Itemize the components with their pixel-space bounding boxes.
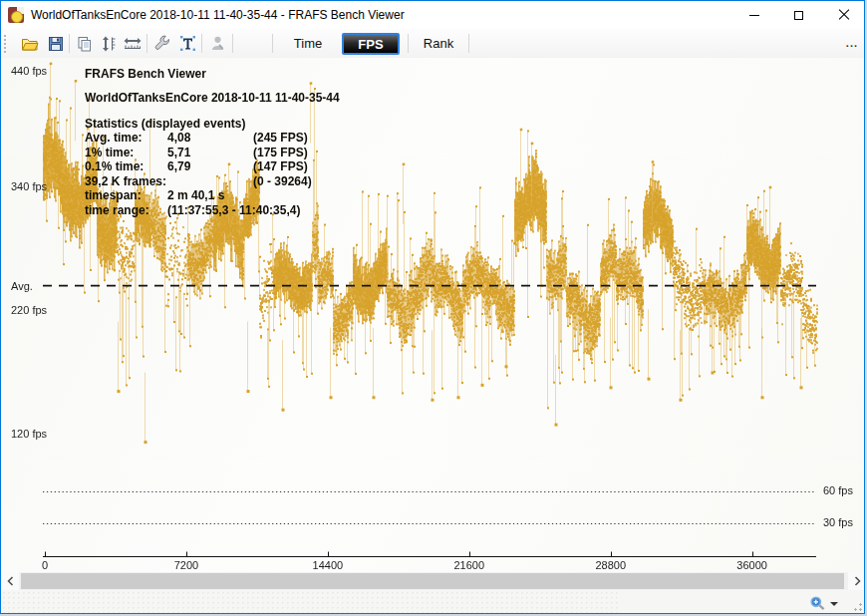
open-icon [21, 35, 39, 53]
stat-value: 4,08 [167, 131, 253, 146]
stat-label: 1% time: [85, 146, 167, 160]
horizontal-ruler-button[interactable] [121, 32, 144, 55]
tab-rank[interactable]: Rank [415, 32, 462, 55]
toolbar-separator [408, 34, 409, 53]
caret-down-icon[interactable] [830, 602, 838, 606]
vertical-ruler-icon [100, 35, 118, 53]
right-fps-label: 30 fps [823, 516, 853, 528]
x-tick-label: 14400 [313, 559, 344, 571]
copy-icon [76, 35, 94, 53]
scroll-right-button[interactable] [848, 572, 865, 590]
toolbar: Time FPS Rank ... [1, 29, 865, 58]
x-tick-label: 7200 [174, 559, 198, 571]
scroll-thumb[interactable] [21, 573, 844, 589]
copy-button[interactable] [73, 32, 97, 55]
close-button[interactable] [821, 1, 865, 29]
close-icon [838, 9, 850, 21]
toolbar-grip[interactable] [3, 34, 7, 53]
stat-label: timespan: [85, 188, 167, 203]
resize-grip[interactable] [850, 599, 863, 612]
stat-extra [253, 188, 340, 203]
toolbar-separator [146, 34, 147, 53]
minimize-icon [749, 15, 759, 16]
stats-overlay: FRAFS Bench Viewer WorldOfTanksEnCore 20… [85, 67, 340, 217]
stat-value: (11:37:55,3 - 11:40:35,4) [167, 203, 253, 218]
text-tool-icon [178, 34, 197, 53]
stat-extra: (175 FPS) [253, 146, 340, 160]
right-fps-label: 60 fps [823, 484, 853, 496]
y-tick-label: 220 fps [11, 304, 47, 316]
status-bar [1, 590, 865, 614]
magnifier-icon [809, 595, 826, 612]
settings-button[interactable] [150, 32, 174, 55]
chevron-left-icon [7, 576, 14, 586]
stat-extra: (245 FPS) [253, 131, 340, 146]
titlebar: WorldOfTanksEnCore 2018-10-11 11-40-35-4… [1, 1, 865, 29]
stat-row-frames: 39,2 K frames:(0 - 39264) [85, 174, 340, 189]
stat-label: 0.1% time: [85, 159, 167, 174]
avg-line-label: Avg. [11, 280, 33, 292]
stat-row-avg: Avg. time:4,08(245 FPS) [85, 131, 340, 146]
toolbar-separator [272, 34, 273, 53]
app-icon [8, 7, 24, 23]
x-tick-label: 21600 [453, 559, 484, 571]
zoom-tool-button[interactable] [808, 594, 826, 612]
overlay-title: FRAFS Bench Viewer [85, 67, 340, 81]
open-button[interactable] [18, 32, 42, 55]
stat-row-01pct: 0.1% time:6,79(147 FPS) [85, 159, 340, 174]
wrench-icon [153, 34, 172, 53]
statusbar-texture [1, 590, 619, 614]
stat-extra: (147 FPS) [253, 159, 340, 174]
stat-extra: (0 - 39264) [253, 174, 340, 189]
horizontal-ruler-icon [123, 35, 143, 53]
chart-area: FRAFS Bench Viewer WorldOfTanksEnCore 20… [1, 58, 865, 572]
app-window: WorldOfTanksEnCore 2018-10-11 11-40-35-4… [0, 0, 865, 614]
maximize-button[interactable] [776, 1, 821, 29]
stat-label: 39,2 K frames: [85, 174, 167, 189]
stat-label: time range: [85, 203, 167, 218]
y-tick-label: 120 fps [11, 428, 47, 440]
stat-value [167, 174, 253, 189]
stat-row-timerange: time range:(11:37:55,3 - 11:40:35,4) [85, 203, 340, 218]
chevron-right-icon [854, 576, 861, 586]
text-tool-button[interactable] [175, 32, 199, 55]
horizontal-scrollbar [1, 572, 865, 590]
stat-value: 2 m 40,1 s [167, 188, 253, 203]
stats-header: Statistics (displayed events) [85, 117, 340, 131]
scroll-left-button[interactable] [1, 572, 19, 590]
save-icon [47, 35, 65, 53]
toolbar-overflow-button[interactable]: ... [846, 37, 858, 49]
stat-label: Avg. time: [85, 131, 167, 146]
stat-row-1pct: 1% time:5,71(175 FPS) [85, 146, 340, 160]
stat-row-timespan: timespan:2 m 40,1 s [85, 188, 340, 203]
toolbar-separator [232, 34, 233, 53]
vertical-ruler-button[interactable] [97, 32, 121, 55]
y-tick-label: 340 fps [11, 180, 47, 192]
toolbar-separator [201, 34, 202, 53]
stat-value: 6,79 [167, 159, 253, 174]
scroll-track[interactable] [19, 572, 848, 590]
minimize-button[interactable] [731, 1, 776, 29]
user-button[interactable] [205, 32, 229, 55]
stat-extra [253, 203, 340, 218]
x-tick-label: 0 [42, 559, 48, 571]
maximize-icon [794, 11, 803, 20]
stat-value: 5,71 [167, 146, 253, 160]
save-button[interactable] [44, 32, 68, 55]
toolbar-separator [468, 34, 469, 53]
toolbar-separator [69, 34, 70, 53]
overlay-subtitle: WorldOfTanksEnCore 2018-10-11 11-40-35-4… [85, 91, 340, 105]
x-tick-label: 28800 [595, 559, 626, 571]
y-tick-label: 440 fps [11, 65, 47, 77]
user-icon [208, 34, 227, 53]
x-tick-label: 36000 [736, 559, 767, 571]
tab-fps[interactable]: FPS [342, 33, 400, 55]
tab-time[interactable]: Time [282, 32, 334, 55]
window-title: WorldOfTanksEnCore 2018-10-11 11-40-35-4… [31, 8, 405, 22]
